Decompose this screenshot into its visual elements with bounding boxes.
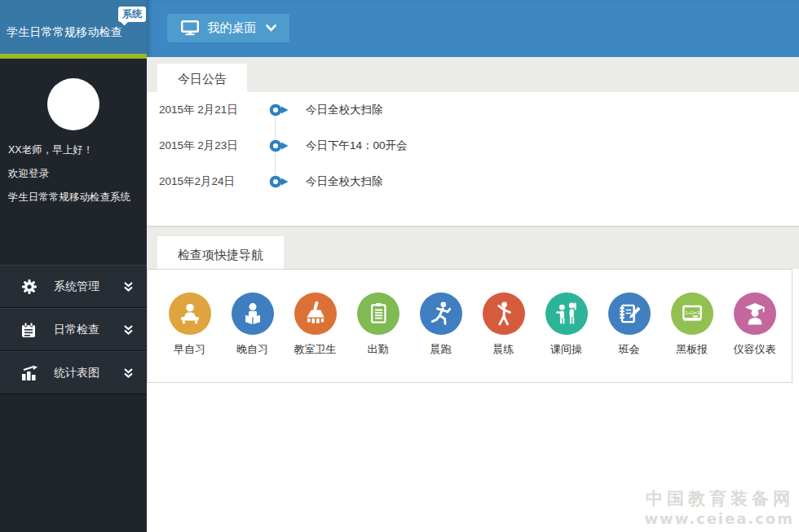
reading-book-icon <box>232 292 274 335</box>
quick-nav-item-morning-study[interactable]: 早自习 <box>158 292 221 382</box>
gear-icon <box>21 279 41 295</box>
exercise-icon <box>483 292 525 335</box>
attendance-sheet-icon <box>357 292 400 335</box>
announcement-text: 今日全校大扫除 <box>306 103 383 117</box>
sidebar-item-label: 日常检查 <box>54 323 99 337</box>
sidebar-item-label: 统计表图 <box>54 366 99 380</box>
announcements-tab-band: 今日公告 <box>147 57 799 92</box>
app-header: 学生日常常规移动检查 系统 <box>0 0 147 54</box>
tab-today-announcements[interactable]: 今日公告 <box>157 64 247 92</box>
sidebar-menu: 系统管理 日常检查 <box>0 265 147 394</box>
notepad-icon <box>21 322 41 338</box>
timeline-pin-icon <box>268 102 289 118</box>
quick-nav-item-attendance[interactable]: 出勤 <box>347 292 409 382</box>
main-content: 我的桌面 今日公告 2015年 2月21日 今日全校大扫除 <box>147 0 799 532</box>
announcement-date: 2015年2月24日 <box>159 174 235 189</box>
timeline-pin-icon <box>268 174 289 190</box>
system-badge: 系统 <box>118 7 146 22</box>
double-chevron-down-icon <box>123 281 134 292</box>
group-exercise-icon <box>545 292 588 335</box>
quick-nav-item-class-meeting[interactable]: 班会 <box>598 292 660 382</box>
quick-nav-label: 出勤 <box>368 342 389 357</box>
quick-nav-label: 早自习 <box>174 342 205 357</box>
watermark: 中国教育装备网 www.ceiea.com <box>644 487 794 527</box>
sidebar: 学生日常常规移动检查 系统 XX老师，早上好！ 欢迎登录 学生日常常规移动检查系… <box>0 0 147 532</box>
quick-nav-tab-band: 检查项快捷导航 <box>147 226 799 269</box>
announcement-date: 2015年 2月21日 <box>159 103 238 117</box>
welcome-text: 欢迎登录 <box>8 167 139 181</box>
profile-section: XX老师，早上好！ 欢迎登录 学生日常常规移动检查系统 <box>0 78 147 204</box>
announcements-panel: 2015年 2月21日 今日全校大扫除 2015年 2月23日 今日下午14：0… <box>147 92 799 226</box>
timeline-pin-icon <box>268 138 289 154</box>
notebook-pencil-icon <box>608 292 651 335</box>
app-root: 学生日常常规移动检查 系统 XX老师，早上好！ 欢迎登录 学生日常常规移动检查系… <box>0 0 799 532</box>
chevron-down-icon <box>266 24 276 32</box>
sidebar-item-statistics[interactable]: 统计表图 <box>0 351 147 394</box>
announcement-text: 今日全校大扫除 <box>306 174 383 189</box>
app-title: 学生日常常规移动检查 <box>7 25 122 40</box>
broom-icon <box>294 292 337 335</box>
announcement-text: 今日下午14：00开会 <box>306 138 408 153</box>
announcement-row: 2015年2月24日 今日全校大扫除 <box>147 164 799 200</box>
avatar <box>47 78 99 130</box>
quick-nav-item-appearance[interactable]: 仪容仪表 <box>723 292 786 382</box>
quick-nav-label: 仪容仪表 <box>734 342 776 357</box>
double-chevron-down-icon <box>123 324 134 336</box>
accent-divider <box>0 54 147 59</box>
quick-nav-item-morning-exercise[interactable]: 晨练 <box>472 292 535 382</box>
topbar: 我的桌面 <box>147 0 799 57</box>
announcement-row: 2015年 2月21日 今日全校大扫除 <box>147 92 799 128</box>
watermark-url: www.ceiea.com <box>644 510 794 527</box>
watermark-title: 中国教育装备网 <box>644 487 794 510</box>
quick-nav-item-evening-study[interactable]: 晚自习 <box>221 292 284 382</box>
blackboard-icon: 1+2=3 <box>671 292 713 335</box>
graduate-icon <box>734 292 776 335</box>
my-desktop-button[interactable]: 我的桌面 <box>167 14 289 42</box>
double-chevron-down-icon <box>123 367 134 379</box>
quick-nav-label: 晚自习 <box>236 342 268 357</box>
svg-text:1+2=3: 1+2=3 <box>685 310 700 315</box>
quick-nav-item-morning-run[interactable]: 晨跑 <box>409 292 472 382</box>
bar-chart-icon <box>21 365 41 381</box>
quick-nav-label: 课间操 <box>550 342 582 357</box>
quick-nav-item-break-exercise[interactable]: 课间操 <box>535 292 598 382</box>
tab-quick-nav[interactable]: 检查项快捷导航 <box>157 236 284 270</box>
quick-nav-item-blackboard-news[interactable]: 1+2=3 黑板报 <box>660 292 723 382</box>
quick-nav-label: 晨练 <box>493 342 514 357</box>
quick-nav-label: 班会 <box>619 342 640 357</box>
quick-nav-label: 教室卫生 <box>294 342 337 357</box>
monitor-icon <box>181 20 199 36</box>
quick-nav-panel: 早自习 晚自习 <box>147 269 792 383</box>
quick-nav-label: 黑板报 <box>676 342 708 357</box>
sidebar-item-daily-check[interactable]: 日常检查 <box>0 308 147 351</box>
study-desk-icon <box>169 292 211 335</box>
sidebar-item-label: 系统管理 <box>54 279 99 294</box>
content-empty-area: 中国教育装备网 www.ceiea.com <box>147 383 799 532</box>
quick-nav-item-classroom-hygiene[interactable]: 教室卫生 <box>284 292 347 382</box>
announcement-row: 2015年 2月23日 今日下午14：00开会 <box>147 128 799 164</box>
announcement-date: 2015年 2月23日 <box>159 138 238 153</box>
runner-icon <box>420 292 462 335</box>
greeting-text: XX老师，早上好！ <box>8 143 139 157</box>
system-name-text: 学生日常常规移动检查系统 <box>8 191 139 204</box>
sidebar-item-system-management[interactable]: 系统管理 <box>0 265 147 308</box>
quick-nav-label: 晨跑 <box>430 342 452 357</box>
my-desktop-label: 我的桌面 <box>208 20 257 36</box>
